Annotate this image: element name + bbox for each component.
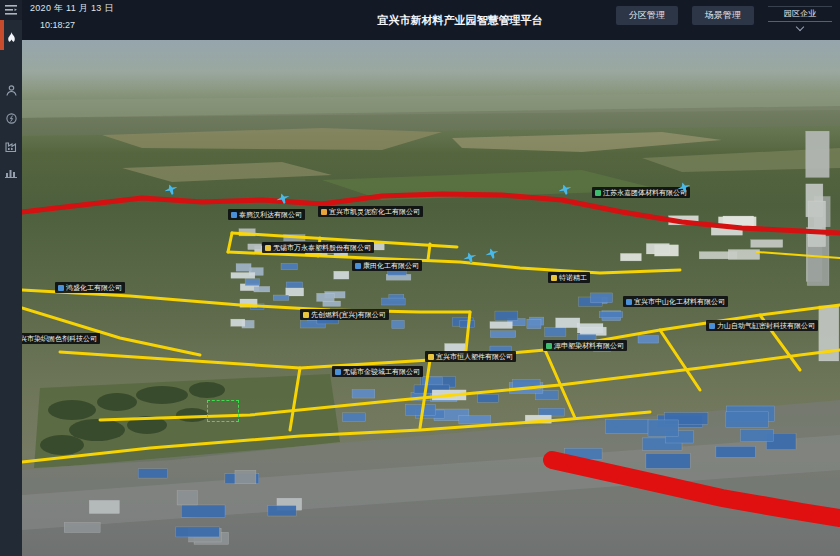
company-label[interactable]: 力山自动气缸密封科技有限公司 xyxy=(706,320,818,331)
company-type-icon xyxy=(551,275,557,281)
company-label-text: 无锡市万永泰塑料股份有限公司 xyxy=(273,242,371,253)
map-3d-view[interactable]: 泰腾汉利达有限公司宜兴市凯灵泥窑化工有限公司无锡市万永泰塑料股份有限公司康田化工… xyxy=(22,40,840,556)
sidebar xyxy=(0,0,22,556)
company-label[interactable]: 无锡市万永泰塑料股份有限公司 xyxy=(262,242,374,253)
company-label[interactable]: 江苏永嘉团体材料有限公司 xyxy=(592,187,690,198)
sidebar-item-personnel[interactable] xyxy=(0,78,22,102)
company-label[interactable]: 鸿盛化工有限公司 xyxy=(55,282,125,293)
company-label-text: 康田化工有限公司 xyxy=(363,260,419,271)
gauge-icon xyxy=(6,113,17,124)
drone-marker-icon[interactable] xyxy=(163,182,180,197)
bar-chart-icon xyxy=(5,167,17,178)
zone-management-button[interactable]: 分区管理 xyxy=(616,6,678,25)
drone-marker-icon[interactable] xyxy=(462,250,479,265)
company-label-text: 无锡市金骏城工有限公司 xyxy=(343,366,420,377)
company-label[interactable]: 潭申塑染材料有限公司 xyxy=(543,340,627,351)
factory-icon xyxy=(5,141,17,152)
time-text: 10:18:27 xyxy=(40,21,114,30)
company-type-icon xyxy=(265,245,271,251)
drone-marker-icon[interactable] xyxy=(557,182,574,197)
company-label[interactable]: 宜兴市染织固色剂科技公司 xyxy=(22,333,100,344)
company-label-text: 宜兴市恒人塑件有限公司 xyxy=(436,351,513,362)
page-title: 宜兴市新材料产业园智慧管理平台 xyxy=(378,13,543,28)
company-type-icon xyxy=(58,285,64,291)
company-type-icon xyxy=(321,209,327,215)
datetime: 2020 年 11 月 13 日 10:18:27 xyxy=(30,4,114,30)
sidebar-item-fire-monitor[interactable] xyxy=(0,26,22,50)
selection-box xyxy=(207,400,239,422)
header-actions: 分区管理 场景管理 园区企业 xyxy=(616,6,832,30)
sidebar-item-energy-monitor[interactable] xyxy=(0,106,22,130)
company-type-icon xyxy=(546,343,552,349)
company-type-icon xyxy=(231,212,237,218)
sidebar-item-statistics[interactable] xyxy=(0,160,22,184)
menu-toggle-button[interactable] xyxy=(0,0,22,20)
map-overlay: 泰腾汉利达有限公司宜兴市凯灵泥窑化工有限公司无锡市万永泰塑料股份有限公司康田化工… xyxy=(22,40,840,556)
company-label[interactable]: 宜兴市恒人塑件有限公司 xyxy=(425,351,516,362)
company-type-icon xyxy=(355,263,361,269)
company-type-icon xyxy=(335,369,341,375)
company-type-icon xyxy=(428,354,434,360)
company-label-text: 鸿盛化工有限公司 xyxy=(66,282,122,293)
company-label-text: 特诺精工 xyxy=(559,272,587,283)
hamburger-icon xyxy=(5,5,17,15)
park-enterprises-label: 园区企业 xyxy=(768,9,832,22)
company-label-text: 先创燃料(宜兴)有限公司 xyxy=(311,309,386,320)
company-label-text: 泰腾汉利达有限公司 xyxy=(239,209,302,220)
drone-marker-icon[interactable] xyxy=(484,246,501,261)
header-bar: 2020 年 11 月 13 日 10:18:27 宜兴市新材料产业园智慧管理平… xyxy=(22,0,840,40)
company-label-text: 潭申塑染材料有限公司 xyxy=(554,340,624,351)
company-type-icon xyxy=(303,312,309,318)
park-enterprises-dropdown[interactable]: 园区企业 xyxy=(768,6,832,30)
person-icon xyxy=(6,85,17,96)
company-label-text: 宜兴市凯灵泥窑化工有限公司 xyxy=(329,206,420,217)
smart-park-platform: 2020 年 11 月 13 日 10:18:27 宜兴市新材料产业园智慧管理平… xyxy=(0,0,840,556)
company-label[interactable]: 宜兴市中山化工材料有限公司 xyxy=(623,296,728,307)
scene-management-button[interactable]: 场景管理 xyxy=(692,6,754,25)
company-type-icon xyxy=(595,190,601,196)
company-type-icon xyxy=(709,323,715,329)
company-label-text: 宜兴市中山化工材料有限公司 xyxy=(634,296,725,307)
company-label[interactable]: 特诺精工 xyxy=(548,272,590,283)
company-label[interactable]: 宜兴市凯灵泥窑化工有限公司 xyxy=(318,206,423,217)
drone-marker-icon[interactable] xyxy=(275,191,292,206)
company-label-text: 宜兴市染织固色剂科技公司 xyxy=(22,333,97,344)
company-label[interactable]: 康田化工有限公司 xyxy=(352,260,422,271)
company-label[interactable]: 先创燃料(宜兴)有限公司 xyxy=(300,309,389,320)
date-text: 2020 年 11 月 13 日 xyxy=(30,4,114,13)
sidebar-item-enterprises[interactable] xyxy=(0,134,22,158)
chevron-down-icon xyxy=(796,23,804,31)
company-label[interactable]: 无锡市金骏城工有限公司 xyxy=(332,366,423,377)
company-type-icon xyxy=(626,299,632,305)
company-label-text: 力山自动气缸密封科技有限公司 xyxy=(717,320,815,331)
flame-icon xyxy=(6,32,17,45)
company-label[interactable]: 泰腾汉利达有限公司 xyxy=(228,209,305,220)
company-label-text: 江苏永嘉团体材料有限公司 xyxy=(603,187,687,198)
